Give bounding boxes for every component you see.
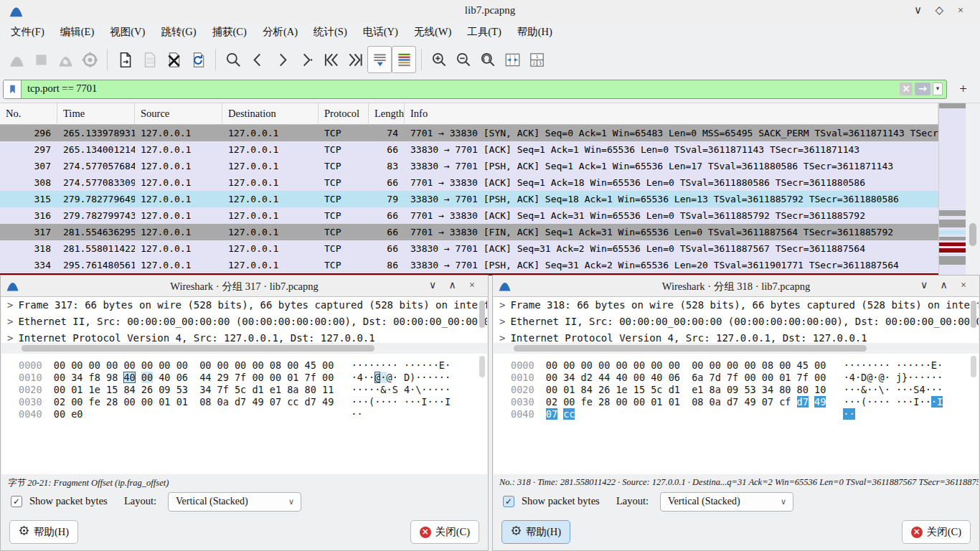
expander-icon[interactable]: > bbox=[7, 299, 13, 311]
hex-byte[interactable]: 00 bbox=[322, 372, 334, 383]
tree-scrollbar-thumb[interactable] bbox=[971, 301, 976, 328]
hex-row[interactable]: 0040 00 e0 ·· bbox=[19, 408, 487, 420]
go-back-icon[interactable] bbox=[245, 46, 270, 73]
hex-byte[interactable]: 34 bbox=[199, 384, 211, 395]
file-close-icon[interactable] bbox=[161, 46, 186, 73]
hex-byte[interactable]: 26 bbox=[598, 384, 610, 395]
menu-item-0[interactable]: 文件(F) bbox=[3, 22, 52, 42]
hex-byte[interactable]: 84 bbox=[123, 384, 135, 395]
hex-byte[interactable]: 40 bbox=[616, 372, 627, 383]
hex-byte[interactable]: 34 bbox=[71, 372, 83, 383]
column-header-source[interactable]: Source bbox=[135, 103, 222, 125]
hex-byte[interactable]: 11 bbox=[322, 384, 334, 395]
close-button[interactable]: × bbox=[955, 280, 972, 291]
hex-byte[interactable]: 00 bbox=[71, 396, 83, 408]
hex-byte[interactable]: 00 bbox=[235, 359, 246, 371]
hex-byte[interactable]: 00 bbox=[546, 359, 557, 371]
menu-item-1[interactable]: 编辑(E) bbox=[52, 22, 103, 42]
menu-item-3[interactable]: 跳转(G) bbox=[153, 22, 204, 42]
packet-row-316[interactable]: 316279.782799743127.0.0.1127.0.0.1TCP667… bbox=[0, 207, 938, 224]
hex-byte[interactable]: 01 bbox=[287, 372, 298, 383]
hex-byte[interactable]: 15 bbox=[106, 384, 118, 395]
hex-byte[interactable]: 00 bbox=[159, 359, 170, 371]
hex-byte[interactable]: d1 bbox=[669, 384, 680, 395]
minimize-button[interactable]: ∨ bbox=[424, 279, 441, 291]
minimize-button[interactable]: ∨ bbox=[915, 279, 933, 291]
menu-item-6[interactable]: 统计(S) bbox=[306, 22, 355, 42]
hex-byte[interactable]: 45 bbox=[305, 359, 316, 371]
capture-options-icon[interactable] bbox=[77, 46, 102, 73]
hex-byte[interactable]: 7f bbox=[235, 372, 246, 383]
hex-byte[interactable]: 8a bbox=[287, 384, 298, 395]
hex-byte[interactable]: 84 bbox=[581, 384, 593, 395]
hex-byte[interactable]: 7f bbox=[217, 384, 229, 395]
auto-scroll-icon[interactable] bbox=[367, 46, 392, 73]
scrollbar-thumb[interactable] bbox=[22, 345, 374, 352]
hex-byte[interactable]: 49 bbox=[814, 396, 826, 408]
expander-icon[interactable]: > bbox=[499, 299, 505, 311]
hex-byte[interactable]: 01 bbox=[71, 384, 83, 395]
hex-byte[interactable]: 80 bbox=[779, 384, 791, 395]
hex-byte[interactable]: 06 bbox=[176, 372, 188, 383]
hex-byte[interactable]: 00 bbox=[744, 372, 755, 383]
hex-byte[interactable]: 10 bbox=[814, 384, 826, 395]
hex-byte[interactable]: 00 bbox=[141, 372, 153, 383]
hex-row[interactable]: 0010 00 34 d2 44 40 00 40 06 6a 7d 7f 00… bbox=[511, 372, 979, 384]
close-dialog-button[interactable]: × 关闭(C) bbox=[410, 520, 479, 544]
hex-row[interactable]: 0000 00 00 00 00 00 00 00 00 00 00 00 00… bbox=[511, 359, 979, 372]
help-button[interactable]: 帮助(H) bbox=[501, 520, 570, 544]
tree-item[interactable]: >Ethernet II, Src: 00:00:00_00:00:00 (00… bbox=[494, 314, 979, 330]
hex-byte[interactable]: 00 bbox=[252, 359, 263, 371]
hex-byte[interactable]: 00 bbox=[581, 359, 593, 371]
hex-byte[interactable]: 08 bbox=[270, 359, 281, 371]
hex-byte[interactable]: 00 bbox=[322, 359, 334, 371]
layout-select[interactable]: Vertical (Stacked) ∨ bbox=[168, 492, 301, 512]
hex-byte[interactable]: 5c bbox=[235, 384, 246, 395]
hex-byte[interactable]: f8 bbox=[89, 372, 100, 383]
layout-preset-icon[interactable]: 123 bbox=[524, 46, 549, 73]
hex-byte[interactable]: 01 bbox=[669, 396, 680, 408]
hex-byte[interactable]: 01 bbox=[779, 372, 791, 383]
hex-byte[interactable]: 53 bbox=[744, 384, 755, 395]
hex-byte[interactable]: 00 bbox=[106, 359, 118, 371]
hex-byte[interactable]: 5c bbox=[651, 384, 662, 395]
hex-byte[interactable]: 00 bbox=[616, 396, 627, 408]
hex-byte[interactable]: 80 bbox=[797, 384, 809, 395]
expander-icon[interactable]: > bbox=[499, 316, 505, 327]
filter-clear-icon[interactable]: × bbox=[900, 83, 913, 95]
filter-dropdown-icon[interactable]: ▾ bbox=[933, 83, 943, 95]
hex-byte[interactable]: 0a bbox=[217, 396, 229, 408]
filter-add-button[interactable]: + bbox=[959, 82, 967, 96]
hex-byte[interactable]: 00 bbox=[546, 372, 557, 383]
hex-byte[interactable]: 07 bbox=[546, 408, 557, 420]
show-packet-bytes-checkbox[interactable]: ✓ bbox=[503, 496, 514, 507]
hex-byte[interactable]: cc bbox=[287, 396, 298, 408]
hex-row[interactable]: 0000 00 00 00 00 00 00 00 00 00 00 00 00… bbox=[19, 359, 487, 372]
hex-byte[interactable]: 40 bbox=[651, 372, 662, 383]
tree-horizontal-scrollbar[interactable] bbox=[1, 343, 487, 354]
hex-byte[interactable]: 00 bbox=[270, 372, 281, 383]
hex-byte[interactable]: 01 bbox=[176, 396, 188, 408]
maximize-button[interactable]: ◇ bbox=[930, 4, 948, 17]
hex-byte[interactable]: d2 bbox=[581, 372, 593, 383]
packet-row-317[interactable]: 317281.554636295127.0.0.1127.0.0.1TCP667… bbox=[0, 224, 938, 240]
hex-byte[interactable]: fe bbox=[89, 396, 100, 408]
hex-byte[interactable]: 02 bbox=[54, 396, 65, 408]
maximize-button[interactable]: ∧ bbox=[444, 279, 461, 291]
expander-icon[interactable]: > bbox=[7, 316, 13, 327]
tree-item[interactable]: >Internet Protocol Version 4, Src: 127.0… bbox=[494, 330, 979, 343]
hex-byte[interactable]: 00 bbox=[217, 359, 229, 371]
hex-byte[interactable]: e1 bbox=[270, 384, 281, 395]
hex-byte[interactable]: 29 bbox=[217, 372, 229, 383]
hex-byte[interactable]: 15 bbox=[633, 384, 645, 395]
hex-byte[interactable]: 00 bbox=[141, 396, 153, 408]
hex-byte[interactable]: 00 bbox=[692, 359, 703, 371]
hex-byte[interactable]: 00 bbox=[744, 359, 755, 371]
packet-row-318[interactable]: 318281.558011422127.0.0.1127.0.0.1TCP663… bbox=[0, 240, 938, 257]
column-header-no[interactable]: No. bbox=[0, 103, 57, 125]
hex-row[interactable]: 0020 00 01 84 26 1e 15 5c d1 e1 8a 09 53… bbox=[511, 384, 979, 396]
packet-row-308[interactable]: 308274.577083309127.0.0.1127.0.0.1TCP667… bbox=[0, 174, 938, 191]
column-header-destination[interactable]: Destination bbox=[222, 103, 319, 125]
scrollbar-thumb[interactable] bbox=[514, 345, 867, 352]
hex-byte[interactable]: 00 bbox=[814, 372, 826, 383]
